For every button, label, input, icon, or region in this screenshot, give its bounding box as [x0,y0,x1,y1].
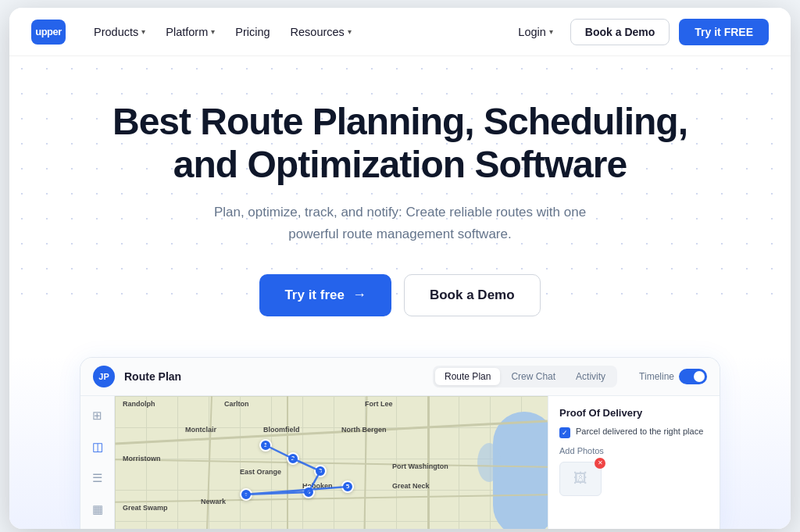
map-label-morristown: Morristown [123,455,161,462]
nav-right: Login ▾ Book a Demo Try it FREE [510,19,769,45]
map-pin-1: 1 [259,439,272,452]
tab-activity[interactable]: Activity [566,368,615,385]
logo-box: upper [31,20,66,45]
delivery-panel-title: Proof Of Delivery [559,407,709,419]
map-label-eastorange: East Orange [240,468,281,476]
nav-products[interactable]: Products ▾ [84,20,155,45]
photo-placeholder-1[interactable]: 🖼 ✕ [559,462,602,496]
timeline-toggle: Timeline [639,369,707,384]
sidebar-map-icon[interactable]: ◫ [89,438,106,455]
nav-links: Products ▾ Platform ▾ Pricing Resources … [84,20,504,45]
map-label-greatneck: Great Neck [392,482,430,490]
timeline-label: Timeline [639,371,674,382]
tab-route-plan[interactable]: Route Plan [435,368,500,385]
nav-platform[interactable]: Platform ▾ [156,20,224,45]
map-label-carlton: Carlton [224,400,249,408]
map-pin-2: 2 [287,452,299,465]
hero-title: Best Route Planning, Scheduling, and Opt… [103,100,697,186]
map-label-bloomfield: Bloomfield [263,426,300,434]
map-pin-6: ● [240,488,252,501]
navbar: upper Products ▾ Platform ▾ Pricing Reso… [9,8,791,56]
map-label-randolph: Randolph [123,400,155,408]
login-button[interactable]: Login ▾ [510,20,560,45]
app-preview: JP Route Plan Route Plan Crew Chat Activ… [80,357,720,529]
map-label-newark: Newark [201,498,226,505]
arrow-icon: → [352,287,366,303]
app-sidebar: ⊞ ◫ ☰ ▦ [80,396,115,529]
nav-pricing[interactable]: Pricing [226,20,279,45]
delivery-panel: Proof Of Delivery ✓ Parcel delivered to … [548,396,720,529]
app-preview-wrapper: JP Route Plan Route Plan Crew Chat Activ… [9,357,791,529]
check-icon: ✓ [559,427,570,438]
resources-chevron-icon: ▾ [348,27,352,36]
remove-photo-icon[interactable]: ✕ [595,458,605,469]
sidebar-grid-icon[interactable]: ⊞ [89,407,106,424]
nav-resources[interactable]: Resources ▾ [281,20,361,45]
logo[interactable]: upper [31,20,66,45]
map-label-montclair: Montclair [185,426,216,434]
sidebar-chart-icon[interactable]: ▦ [89,501,106,518]
map-area: Randolph Carlton Fort Lee Montclair Bloo… [115,396,548,529]
map-label-fortlee: Fort Lee [365,400,393,408]
map-background: Randolph Carlton Fort Lee Montclair Bloo… [115,396,548,529]
avatar: JP [93,366,115,387]
tab-group: Route Plan Crew Chat Activity [433,366,617,387]
map-pin-3: 3 [314,465,327,477]
try-free-nav-button[interactable]: Try it FREE [679,19,769,45]
try-free-button[interactable]: Try it free → [259,274,391,316]
browser-window: upper Products ▾ Platform ▾ Pricing Reso… [9,8,791,529]
login-chevron-icon: ▾ [549,27,553,36]
delivery-check-row: ✓ Parcel delivered to the right place [559,427,709,438]
products-chevron-icon: ▾ [141,27,145,36]
map-label-portwashington: Port Washington [392,462,448,470]
route-plan-title: Route Plan [124,370,181,383]
sidebar-list-icon[interactable]: ☰ [89,470,106,487]
hero-buttons: Try it free → Book a Demo [41,274,759,316]
map-label-greatswamp: Great Swamp [123,504,168,512]
hero-subtitle: Plan, optimize, track, and notify: Creat… [212,202,588,244]
app-topbar: JP Route Plan Route Plan Crew Chat Activ… [80,358,720,396]
map-pin-4: 4 [302,486,315,498]
map-pin-5: 5 [341,480,354,493]
app-body: ⊞ ◫ ☰ ▦ [80,396,720,529]
add-photos-label: Add Photos [559,446,709,455]
book-demo-nav-button[interactable]: Book a Demo [570,19,670,45]
map-label-northbergen: North Bergen [341,426,387,434]
timeline-toggle-switch[interactable] [679,369,707,384]
platform-chevron-icon: ▾ [211,27,215,36]
delivery-check-text: Parcel delivered to the right place [576,427,703,436]
book-demo-button[interactable]: Book a Demo [404,274,541,316]
hero-section: Best Route Planning, Scheduling, and Opt… [9,56,791,316]
tab-crew-chat[interactable]: Crew Chat [502,368,565,385]
